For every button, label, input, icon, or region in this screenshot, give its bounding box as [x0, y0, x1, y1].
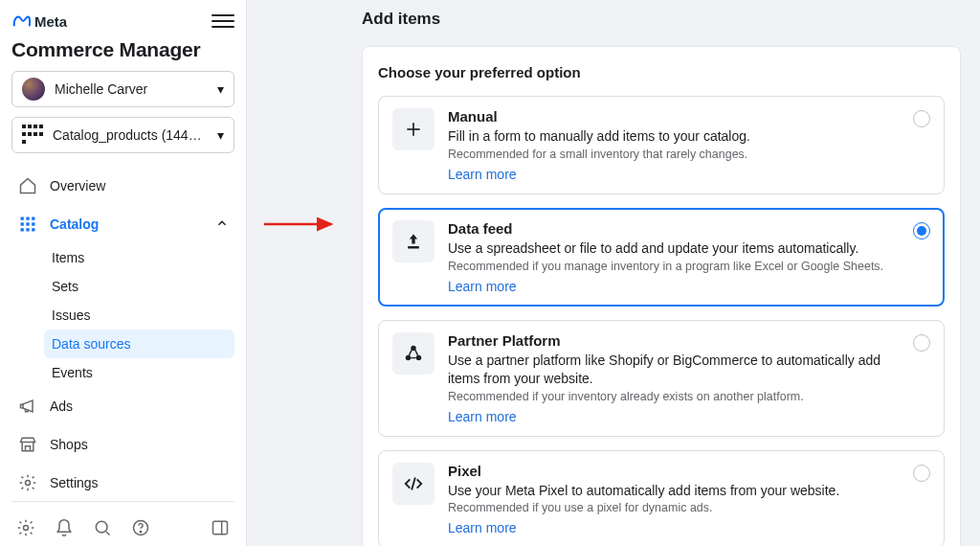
option-desc: Use a spreadsheet or file to add and upd…: [448, 239, 900, 258]
catalog-dropdown[interactable]: Catalog_products (14474070... ▾: [11, 117, 234, 153]
svg-rect-6: [21, 228, 24, 231]
user-name: Michelle Carver: [55, 81, 208, 97]
catalog-submenu: Items Sets Issues Data sources Events: [11, 243, 234, 387]
svg-rect-3: [21, 222, 24, 225]
main-content: Add items Choose your preferred option M…: [247, 0, 980, 546]
gear-icon[interactable]: [15, 517, 36, 538]
sidebar-subitem-issues[interactable]: Issues: [44, 301, 234, 330]
svg-rect-8: [32, 228, 34, 231]
svg-rect-0: [21, 217, 24, 220]
sidebar-item-catalog[interactable]: Catalog: [11, 205, 234, 243]
learn-more-link[interactable]: Learn more: [448, 409, 517, 424]
option-desc: Use a partner platform like Shopify or B…: [448, 352, 900, 388]
grid-icon: [22, 125, 43, 146]
sidebar-subitem-items[interactable]: Items: [44, 243, 234, 272]
shop-icon: [17, 434, 38, 455]
sidebar-item-label: Ads: [50, 398, 73, 414]
option-desc: Use your Meta Pixel to automatically add…: [448, 482, 900, 500]
option-manual[interactable]: Manual Fill in a form to manually add it…: [378, 96, 945, 194]
sidebar-subitem-events[interactable]: Events: [44, 358, 234, 387]
sidebar-item-label: Settings: [50, 475, 99, 490]
radio-button[interactable]: [913, 222, 930, 239]
panel-title: Choose your preferred option: [378, 64, 945, 80]
sidebar-item-overview[interactable]: Overview: [11, 167, 234, 205]
catalog-icon: [17, 214, 38, 235]
home-icon: [17, 175, 38, 196]
svg-rect-5: [32, 222, 34, 225]
user-dropdown[interactable]: Michelle Carver ▾: [11, 71, 234, 107]
avatar: [22, 78, 45, 101]
sidebar-item-label: Shops: [50, 437, 88, 452]
svg-rect-1: [26, 217, 29, 220]
sidebar-item-label: Catalog: [50, 216, 99, 232]
learn-more-link[interactable]: Learn more: [448, 520, 517, 535]
plus-icon: [392, 108, 434, 150]
option-title: Partner Platform: [448, 332, 900, 349]
svg-point-9: [26, 481, 31, 486]
partner-icon: [392, 332, 434, 375]
megaphone-icon: [17, 396, 38, 417]
upload-icon: [392, 220, 434, 262]
radio-button[interactable]: [913, 110, 930, 127]
gear-icon: [17, 472, 38, 491]
brand-name: Meta: [34, 13, 67, 30]
bell-icon[interactable]: [54, 517, 75, 538]
learn-more-link[interactable]: Learn more: [448, 279, 517, 294]
option-desc: Fill in a form to manually add items to …: [448, 127, 900, 146]
help-icon[interactable]: [130, 517, 151, 538]
option-rec: Recommended if you manage inventory in a…: [448, 260, 900, 273]
svg-rect-19: [408, 246, 419, 249]
option-partner-platform[interactable]: Partner Platform Use a partner platform …: [378, 320, 945, 437]
svg-rect-2: [32, 217, 34, 220]
chevron-down-icon: ▾: [217, 81, 224, 97]
svg-point-22: [416, 355, 422, 361]
option-title: Pixel: [448, 463, 900, 479]
option-rec: Recommended if you use a pixel for dynam…: [448, 501, 900, 514]
panel-toggle-icon[interactable]: [210, 517, 231, 538]
divider: [11, 501, 234, 502]
chevron-down-icon: ▾: [217, 127, 224, 143]
app-title: Commerce Manager: [11, 38, 234, 61]
svg-point-11: [96, 521, 107, 533]
sidebar-item-label: Overview: [50, 178, 105, 193]
option-data-feed[interactable]: Data feed Use a spreadsheet or file to a…: [378, 208, 945, 307]
sidebar: Meta Commerce Manager Michelle Carver ▾ …: [0, 0, 247, 546]
catalog-name: Catalog_products (14474070...: [53, 127, 208, 143]
sidebar-item-shops[interactable]: Shops: [11, 425, 234, 464]
search-icon[interactable]: [92, 517, 113, 538]
sidebar-item-settings[interactable]: Settings: [11, 464, 234, 491]
meta-logo[interactable]: Meta: [11, 13, 67, 30]
page-title: Add items: [362, 10, 961, 29]
sidebar-item-ads[interactable]: Ads: [11, 387, 234, 425]
svg-rect-4: [26, 222, 29, 225]
option-rec: Recommended for a small inventory that r…: [448, 148, 900, 161]
svg-rect-14: [213, 521, 228, 534]
svg-point-21: [406, 355, 412, 361]
sidebar-nav: Overview Catalog Items Sets Issues Data …: [11, 167, 234, 491]
option-title: Data feed: [448, 220, 900, 237]
options-panel: Choose your preferred option Manual Fill…: [362, 46, 961, 546]
sidebar-footer: [11, 512, 234, 538]
radio-button[interactable]: [913, 465, 930, 482]
svg-point-10: [24, 526, 29, 531]
code-icon: [392, 463, 434, 505]
option-pixel[interactable]: Pixel Use your Meta Pixel to automatical…: [378, 450, 945, 546]
learn-more-link[interactable]: Learn more: [448, 167, 517, 182]
sidebar-subitem-sets[interactable]: Sets: [44, 272, 234, 301]
sidebar-subitem-data-sources[interactable]: Data sources: [44, 330, 234, 358]
annotation-arrow: [264, 215, 341, 237]
option-title: Manual: [448, 108, 900, 125]
chevron-up-icon: [215, 216, 229, 233]
menu-toggle-icon[interactable]: [212, 10, 234, 33]
svg-point-13: [140, 532, 141, 533]
radio-button[interactable]: [913, 334, 930, 352]
option-rec: Recommended if your inventory already ex…: [448, 390, 900, 403]
meta-logo-icon: [11, 14, 31, 28]
svg-rect-7: [26, 228, 29, 231]
